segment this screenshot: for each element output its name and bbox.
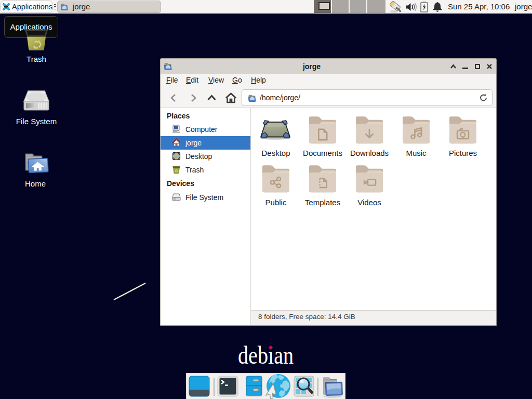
svg-text:♻: ♻	[175, 168, 179, 174]
